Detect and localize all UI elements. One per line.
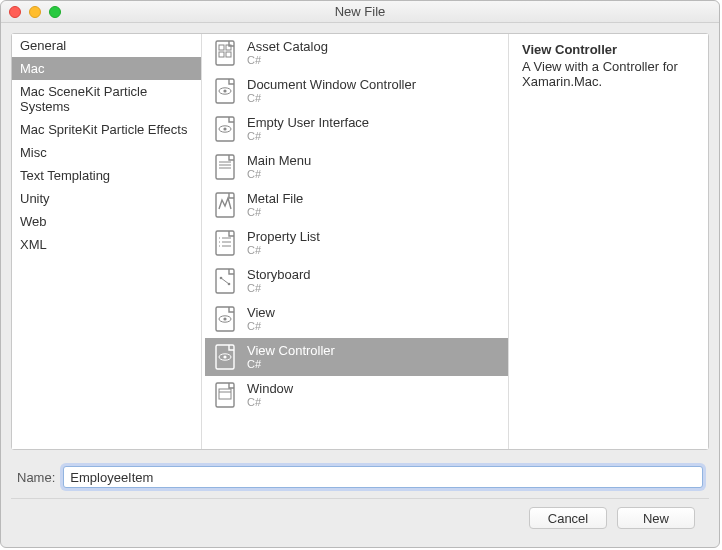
svg-point-28 <box>223 317 226 320</box>
template-item[interactable]: Empty User InterfaceC# <box>205 110 508 148</box>
svg-rect-1 <box>219 45 224 50</box>
template-sub: C# <box>247 396 293 409</box>
category-item[interactable]: Unity <box>12 187 201 210</box>
zoom-icon[interactable] <box>49 6 61 18</box>
template-description: View Controller A View with a Controller… <box>512 34 708 449</box>
list-icon <box>211 228 239 258</box>
template-sub: C# <box>247 320 275 333</box>
svg-point-10 <box>223 127 226 130</box>
template-sub: C# <box>247 206 303 219</box>
template-picker: GeneralMacMac SceneKit Particle SystemsM… <box>11 33 709 450</box>
name-row: Name: <box>11 450 709 498</box>
template-item[interactable]: WindowC# <box>205 376 508 414</box>
category-item[interactable]: Text Templating <box>12 164 201 187</box>
eye-icon <box>211 342 239 372</box>
template-item[interactable]: StoryboardC# <box>205 262 508 300</box>
template-item[interactable]: Property ListC# <box>205 224 508 262</box>
template-name: Window <box>247 381 293 397</box>
svg-rect-11 <box>216 155 234 179</box>
template-sub: C# <box>247 282 311 295</box>
svg-rect-3 <box>219 52 224 57</box>
minimize-icon[interactable] <box>29 6 41 18</box>
template-sub: C# <box>247 92 416 105</box>
template-item[interactable]: ViewC# <box>205 300 508 338</box>
template-name: View Controller <box>247 343 335 359</box>
dialog-content: GeneralMacMac SceneKit Particle SystemsM… <box>1 23 719 547</box>
window-controls <box>9 6 61 18</box>
template-item[interactable]: Document Window ControllerC# <box>205 72 508 110</box>
description-title: View Controller <box>522 42 698 57</box>
template-name: Metal File <box>247 191 303 207</box>
category-item[interactable]: Mac <box>12 57 201 80</box>
grid-icon <box>211 38 239 68</box>
eye-icon <box>211 304 239 334</box>
titlebar: New File <box>1 1 719 23</box>
dialog-buttons: Cancel New <box>11 499 709 547</box>
template-name: View <box>247 305 275 321</box>
category-item[interactable]: Mac SceneKit Particle Systems <box>12 80 201 118</box>
template-name: Asset Catalog <box>247 39 328 55</box>
cancel-button[interactable]: Cancel <box>529 507 607 529</box>
category-item[interactable]: XML <box>12 233 201 256</box>
template-item[interactable]: View ControllerC# <box>205 338 508 376</box>
new-file-dialog: New File GeneralMacMac SceneKit Particle… <box>0 0 720 548</box>
window-icon <box>211 380 239 410</box>
template-item[interactable]: Main MenuC# <box>205 148 508 186</box>
svg-rect-16 <box>216 231 234 255</box>
doc-icon <box>211 152 239 182</box>
svg-rect-33 <box>219 389 231 399</box>
template-name: Empty User Interface <box>247 115 369 131</box>
template-sub: C# <box>247 168 311 181</box>
description-body: A View with a Controller for Xamarin.Mac… <box>522 59 698 89</box>
category-item[interactable]: Web <box>12 210 201 233</box>
category-list[interactable]: GeneralMacMac SceneKit Particle SystemsM… <box>12 34 202 449</box>
category-item[interactable]: Mac SpriteKit Particle Effects <box>12 118 201 141</box>
template-name: Document Window Controller <box>247 77 416 93</box>
name-input[interactable] <box>63 466 703 488</box>
close-icon[interactable] <box>9 6 21 18</box>
template-list[interactable]: Asset CatalogC#Document Window Controlle… <box>205 34 509 449</box>
template-name: Main Menu <box>247 153 311 169</box>
template-name: Storyboard <box>247 267 311 283</box>
svg-rect-4 <box>226 52 231 57</box>
story-icon <box>211 266 239 296</box>
eye-icon <box>211 114 239 144</box>
svg-point-7 <box>223 89 226 92</box>
template-sub: C# <box>247 358 335 371</box>
window-title: New File <box>1 4 719 19</box>
new-button[interactable]: New <box>617 507 695 529</box>
template-name: Property List <box>247 229 320 245</box>
template-sub: C# <box>247 54 328 67</box>
template-sub: C# <box>247 244 320 257</box>
eye-icon <box>211 76 239 106</box>
svg-point-31 <box>223 355 226 358</box>
template-sub: C# <box>247 130 369 143</box>
metal-icon <box>211 190 239 220</box>
template-item[interactable]: Metal FileC# <box>205 186 508 224</box>
template-item[interactable]: Asset CatalogC# <box>205 34 508 72</box>
category-item[interactable]: Misc <box>12 141 201 164</box>
category-item[interactable]: General <box>12 34 201 57</box>
name-label: Name: <box>17 470 55 485</box>
